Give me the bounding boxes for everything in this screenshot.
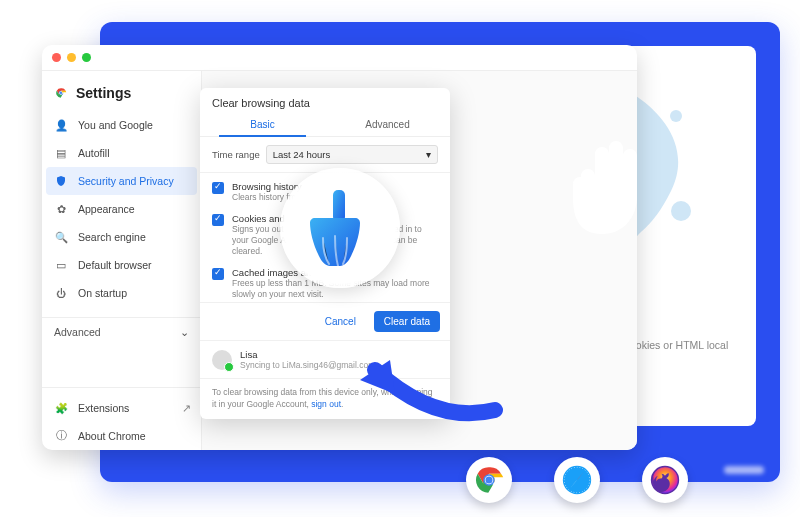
info-icon: ⓘ [54,429,68,443]
window-close-dot[interactable] [52,53,61,62]
sidebar-item-search-engine[interactable]: 🔍 Search engine [42,223,201,251]
time-range-select[interactable]: Last 24 hours ▾ [266,145,438,164]
sidebar-advanced-toggle[interactable]: Advanced ⌄ [42,317,201,346]
svg-point-1 [670,110,682,122]
decoration [724,466,764,474]
sidebar-item-default-browser[interactable]: ▭ Default browser [42,251,201,279]
broom-icon [305,188,375,268]
chevron-down-icon: ⌄ [180,326,189,338]
window-titlebar [42,45,637,71]
sidebar-item-label: Autofill [78,147,110,159]
checkbox-icon[interactable] [212,268,224,280]
sidebar-item-about[interactable]: ⓘ About Chrome [42,422,201,450]
window-minimize-dot[interactable] [67,53,76,62]
tab-advanced[interactable]: Advanced [325,113,450,136]
sidebar-item-label: Extensions [78,402,129,414]
sidebar-item-label: You and Google [78,119,153,131]
sidebar-item-label: Security and Privacy [78,175,174,187]
sidebar-item-label: On startup [78,287,127,299]
curved-arrow-icon [345,320,505,434]
sidebar-item-label: Default browser [78,259,152,271]
settings-sidebar: Settings 👤 You and Google ▤ Autofill Sec… [42,71,202,450]
time-range-label: Time range [212,149,260,160]
avatar [212,350,232,370]
dialog-title: Clear browsing data [200,88,450,113]
external-link-icon: ↗ [182,402,191,414]
sidebar-item-you-and-google[interactable]: 👤 You and Google [42,111,201,139]
hand-icon [561,126,651,236]
checkbox-icon[interactable] [212,214,224,226]
window-maximize-dot[interactable] [82,53,91,62]
svg-point-5 [60,92,62,94]
settings-title-text: Settings [76,85,131,101]
chrome-icon [466,457,512,503]
page-title: Settings [42,81,201,111]
puzzle-icon: 🧩 [54,401,68,415]
sidebar-item-appearance[interactable]: ✿ Appearance [42,195,201,223]
sidebar-item-label: Appearance [78,203,135,215]
sidebar-item-on-startup[interactable]: ⏻ On startup [42,279,201,307]
cleanup-broom-illustration [280,168,400,288]
sidebar-item-security[interactable]: Security and Privacy [46,167,197,195]
sidebar-item-label: Search engine [78,231,146,243]
safari-icon [554,457,600,503]
sidebar-item-extensions[interactable]: 🧩 Extensions ↗ [42,394,201,422]
sidebar-item-autofill[interactable]: ▤ Autofill [42,139,201,167]
sign-out-link[interactable]: sign out [311,399,341,409]
person-icon: 👤 [54,118,68,132]
appearance-icon: ✿ [54,202,68,216]
time-range-value: Last 24 hours [273,149,331,160]
power-icon: ⏻ [54,286,68,300]
shield-icon [54,174,68,188]
svg-rect-6 [333,190,345,222]
dialog-tabs: Basic Advanced [200,113,450,137]
browser-icon-row [466,457,688,503]
sidebar-item-label: About Chrome [78,430,146,442]
search-icon: 🔍 [54,230,68,244]
browser-icon: ▭ [54,258,68,272]
tab-basic[interactable]: Basic [200,113,325,136]
svg-point-2 [671,201,691,221]
chrome-logo-icon [54,86,68,100]
checkbox-icon[interactable] [212,182,224,194]
firefox-icon [642,457,688,503]
chevron-down-icon: ▾ [426,149,431,160]
svg-point-10 [485,476,492,483]
advanced-label: Advanced [54,326,101,338]
autofill-icon: ▤ [54,146,68,160]
